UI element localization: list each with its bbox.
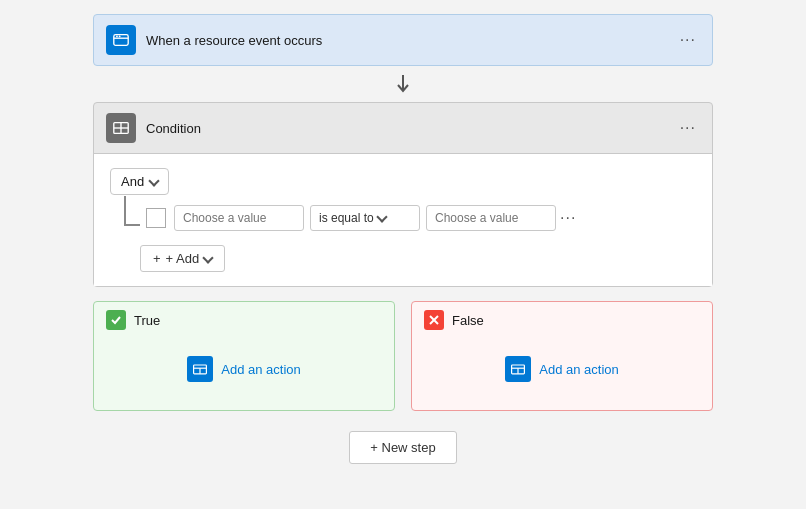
- chevron-down-icon: [148, 175, 159, 186]
- true-add-action-label: Add an action: [221, 362, 301, 377]
- condition-icon: [106, 113, 136, 143]
- true-label: True: [134, 313, 160, 328]
- condition-block: Condition ··· And is equal to ··· +: [93, 102, 713, 287]
- add-action-icon: [187, 356, 213, 382]
- true-branch: True Add an action: [93, 301, 395, 411]
- false-branch: False Add an action: [411, 301, 713, 411]
- false-branch-header: False: [412, 302, 712, 338]
- row-more-button[interactable]: ···: [556, 207, 580, 229]
- chevron-down-icon: [376, 211, 387, 222]
- false-add-action-label: Add an action: [539, 362, 619, 377]
- true-badge: [106, 310, 126, 330]
- false-label: False: [452, 313, 484, 328]
- add-button[interactable]: + + Add: [140, 245, 225, 272]
- svg-point-3: [119, 36, 121, 38]
- value2-input[interactable]: [426, 205, 556, 231]
- and-dropdown[interactable]: And: [110, 168, 169, 195]
- chevron-down-icon: [203, 252, 214, 263]
- condition-header: Condition ···: [94, 103, 712, 154]
- branches-row: True Add an action: [93, 301, 713, 411]
- tree-line: [124, 196, 140, 226]
- svg-rect-0: [114, 35, 128, 46]
- svg-point-2: [116, 36, 118, 38]
- false-badge: [424, 310, 444, 330]
- connector-arrow: [393, 66, 413, 102]
- operator-label: is equal to: [319, 211, 374, 225]
- trigger-more-button[interactable]: ···: [676, 29, 700, 51]
- add-icon: +: [153, 251, 161, 266]
- operator-select[interactable]: is equal to: [310, 205, 420, 231]
- true-add-action-button[interactable]: Add an action: [94, 338, 394, 400]
- value1-input[interactable]: [174, 205, 304, 231]
- condition-body: And is equal to ··· + + Add: [94, 154, 712, 286]
- trigger-block: When a resource event occurs ···: [93, 14, 713, 66]
- and-label: And: [121, 174, 144, 189]
- canvas: When a resource event occurs ··· Conditi…: [0, 0, 806, 509]
- condition-title: Condition: [146, 121, 676, 136]
- new-step-label: + New step: [370, 440, 435, 455]
- trigger-icon: [106, 25, 136, 55]
- new-step-button[interactable]: + New step: [349, 431, 456, 464]
- condition-checkbox[interactable]: [146, 208, 166, 228]
- trigger-title: When a resource event occurs: [146, 33, 676, 48]
- add-action-icon: [505, 356, 531, 382]
- condition-more-button[interactable]: ···: [676, 117, 700, 139]
- condition-row: is equal to ···: [124, 205, 696, 231]
- false-add-action-button[interactable]: Add an action: [412, 338, 712, 400]
- add-label: + Add: [166, 251, 200, 266]
- true-branch-header: True: [94, 302, 394, 338]
